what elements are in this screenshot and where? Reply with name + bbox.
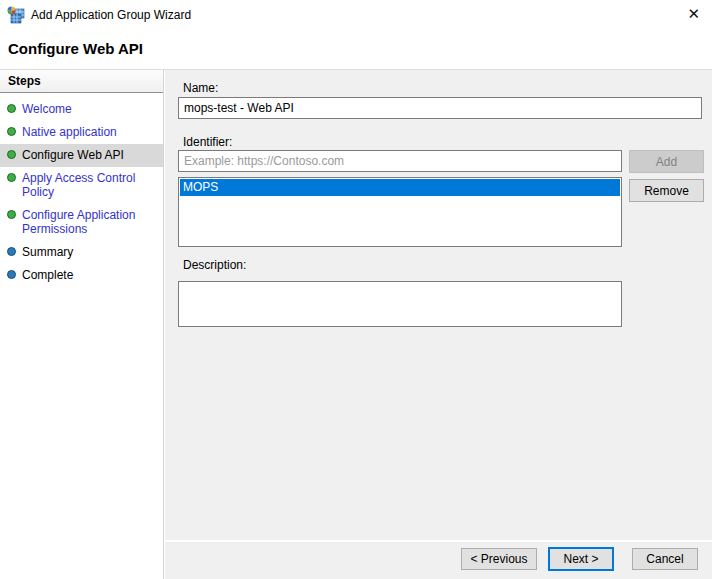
step-bullet-icon	[7, 173, 16, 182]
content-pane: Name: Identifier: Add MOPS Remove Descri…	[165, 70, 712, 579]
steps-header: Steps	[0, 70, 163, 93]
step-item[interactable]: Configure Application Permissions	[0, 204, 163, 241]
remove-button[interactable]: Remove	[629, 179, 704, 202]
add-button[interactable]: Add	[629, 150, 704, 173]
step-bullet-icon	[7, 127, 16, 136]
step-label: Complete	[22, 268, 73, 282]
identifier-listbox[interactable]: MOPS	[178, 177, 622, 247]
name-label: Name:	[183, 81, 218, 95]
application-group-wizard-icon	[7, 6, 25, 24]
step-bullet-icon	[7, 104, 16, 113]
steps-sidebar: Steps WelcomeNative applicationConfigure…	[0, 70, 164, 579]
identifier-list-item[interactable]: MOPS	[180, 179, 620, 196]
step-label: Native application	[22, 125, 117, 139]
step-bullet-icon	[7, 150, 16, 159]
name-input[interactable]	[178, 97, 702, 119]
cancel-button[interactable]: Cancel	[632, 548, 698, 570]
step-item[interactable]: Native application	[0, 121, 163, 144]
next-button[interactable]: Next >	[548, 547, 614, 571]
step-label: Configure Application Permissions	[22, 208, 135, 236]
step-item[interactable]: Welcome	[0, 98, 163, 121]
step-label: Apply Access Control Policy	[22, 171, 135, 199]
identifier-input[interactable]	[178, 150, 622, 172]
step-item[interactable]: Apply Access Control Policy	[0, 167, 163, 204]
step-bullet-icon	[7, 270, 16, 279]
step-bullet-icon	[7, 210, 16, 219]
step-label: Configure Web API	[22, 148, 124, 162]
footer-divider	[165, 540, 712, 542]
step-item: Complete	[0, 264, 163, 287]
identifier-label: Identifier:	[183, 135, 232, 149]
page-title: Configure Web API	[8, 40, 143, 57]
steps-list: WelcomeNative applicationConfigure Web A…	[0, 93, 163, 287]
description-input[interactable]	[178, 281, 622, 327]
step-label: Welcome	[22, 102, 72, 116]
wizard-window: Add Application Group Wizard ✕ Configure…	[0, 0, 712, 579]
description-label: Description:	[183, 258, 246, 272]
window-title: Add Application Group Wizard	[31, 8, 191, 22]
step-item: Summary	[0, 241, 163, 264]
close-icon[interactable]: ✕	[687, 4, 700, 24]
previous-button[interactable]: < Previous	[461, 548, 537, 570]
step-item: Configure Web API	[0, 144, 163, 167]
titlebar: Add Application Group Wizard ✕	[0, 0, 712, 30]
step-label: Summary	[22, 245, 73, 259]
step-bullet-icon	[7, 247, 16, 256]
